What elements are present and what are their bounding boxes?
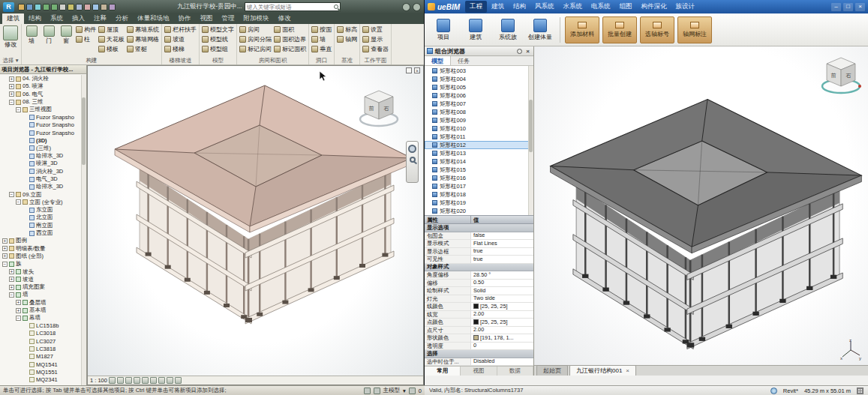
tree-item[interactable]: LC3818: [0, 345, 86, 352]
property-row[interactable]: 选中时位于...Disabled: [425, 358, 533, 367]
collapse-icon[interactable]: −: [16, 199, 21, 205]
open-icon[interactable]: [18, 4, 25, 10]
component-item[interactable]: 矩形柱018: [425, 190, 533, 199]
expand-icon[interactable]: +: [9, 84, 14, 89]
search-icon[interactable]: [334, 4, 338, 9]
viewcube-front-label[interactable]: 前: [831, 73, 836, 78]
ribbon-button[interactable]: 垂直: [311, 44, 332, 54]
ribbon-button[interactable]: 模型文字: [201, 25, 235, 34]
uebim-ribbon-button[interactable]: 添加材料: [565, 16, 599, 43]
ribbon-button[interactable]: 坡道: [164, 34, 197, 44]
expand-icon[interactable]: +: [2, 246, 8, 251]
view-scale[interactable]: 1 : 100: [90, 377, 107, 384]
document-tab[interactable]: 九江银行结构001×: [569, 365, 636, 376]
close-panel-icon[interactable]: ×: [524, 48, 531, 55]
tree-item[interactable]: 消火栓_3D: [0, 168, 86, 175]
ribbon-tab[interactable]: 附加模块: [239, 13, 274, 24]
ribbon-tab[interactable]: 体量和场地: [133, 13, 174, 24]
render-icon[interactable]: [109, 4, 116, 10]
ribbon-tab[interactable]: 视图: [196, 13, 218, 24]
ribbon-button[interactable]: 按面: [311, 25, 332, 34]
tree-item[interactable]: −幕墙: [0, 314, 86, 322]
uebim-tab[interactable]: 建筑: [487, 1, 509, 13]
tree-item[interactable]: M1827: [0, 353, 86, 361]
tree-item[interactable]: −族: [0, 260, 86, 268]
panel-tab[interactable]: 常用: [425, 367, 461, 376]
ribbon-button[interactable]: 窗: [58, 25, 74, 56]
view-properties-icon[interactable]: [406, 67, 412, 73]
ribbon-tab[interactable]: 结构: [24, 13, 46, 24]
editing-requests-icon[interactable]: [374, 388, 380, 394]
ribbon-button[interactable]: 标高: [336, 25, 358, 34]
filter-icon[interactable]: [409, 388, 416, 394]
collapse-icon[interactable]: −: [2, 262, 8, 267]
ribbon-button[interactable]: 标记房间: [239, 44, 272, 54]
help-icon[interactable]: [413, 3, 421, 11]
crop-view-icon[interactable]: [142, 377, 149, 384]
ribbon-group-label[interactable]: 选择 ▾: [2, 56, 20, 64]
ribbon-group-label[interactable]: 基准: [336, 56, 358, 64]
component-item[interactable]: 矩形柱013: [425, 149, 533, 157]
tag-icon[interactable]: [84, 4, 91, 10]
tree-item[interactable]: 北立面: [0, 214, 86, 221]
ribbon-button[interactable]: 幕墙系统: [126, 25, 160, 34]
collapse-icon[interactable]: −: [9, 292, 14, 298]
property-row[interactable]: 线颜色[25, 25, 25]: [425, 303, 533, 311]
tree-item[interactable]: +基本墙: [0, 307, 86, 314]
print-icon[interactable]: [59, 4, 66, 10]
uebim-ribbon-button[interactable]: 批量创建: [602, 16, 637, 43]
property-row[interactable]: 绘制样式Solid: [425, 287, 533, 295]
ribbon-group-label[interactable]: 房间和面积: [239, 56, 307, 64]
component-item[interactable]: 矩形柱020: [425, 207, 533, 215]
view-cube[interactable]: 前 右: [358, 85, 400, 129]
active-workset[interactable]: 主模型: [383, 387, 401, 394]
tree-item[interactable]: +图纸 (全部): [0, 253, 86, 260]
ribbon-button[interactable]: 墙: [311, 34, 332, 44]
uebim-tab[interactable]: 水系统: [559, 1, 587, 13]
tree-item[interactable]: +05. 喷淋: [0, 82, 86, 90]
tree-item[interactable]: 给排水_3D: [0, 183, 86, 190]
expand-icon[interactable]: +: [2, 253, 8, 259]
property-row[interactable]: 偏移0.50: [425, 280, 533, 288]
tree-item[interactable]: +叠层墙: [0, 299, 86, 307]
ribbon-button[interactable]: 墙: [23, 25, 40, 56]
tree-item[interactable]: (3D): [0, 136, 86, 144]
ribbon-button[interactable]: 面积边界: [273, 34, 307, 44]
user-account-icon[interactable]: [402, 3, 410, 11]
ribbon-button[interactable]: 构件: [75, 25, 97, 34]
component-item[interactable]: 矩形柱003: [425, 67, 533, 75]
ribbon-button[interactable]: 屋顶: [98, 25, 125, 34]
close-view-icon[interactable]: ×: [414, 67, 420, 73]
analysis-icon[interactable]: [175, 377, 182, 384]
component-item[interactable]: 矩形柱015: [425, 166, 533, 174]
viewcube-right-label[interactable]: 右: [384, 106, 389, 112]
ribbon-button[interactable]: 模型线: [201, 34, 235, 44]
component-item[interactable]: 矩形柱009: [425, 116, 533, 124]
3d-view-icon[interactable]: [92, 4, 99, 10]
component-item[interactable]: 矩形柱008: [425, 108, 533, 116]
tree-item[interactable]: 西立面: [0, 229, 86, 237]
ribbon-group-label[interactable]: 洞口: [311, 56, 332, 64]
ribbon-group-label[interactable]: 工作平面: [362, 56, 389, 64]
component-item[interactable]: 矩形柱012: [425, 141, 533, 149]
undo-icon[interactable]: [43, 4, 50, 10]
worksharing-icon[interactable]: [364, 388, 371, 394]
uebim-ribbon-button[interactable]: 项目: [428, 19, 458, 41]
component-item[interactable]: 矩形柱006: [425, 91, 533, 100]
ribbon-button[interactable]: 栏杆扶手: [164, 25, 197, 34]
tree-item[interactable]: −立面 (全专业): [0, 199, 86, 206]
measure-icon[interactable]: [68, 4, 74, 10]
tree-item[interactable]: 电气_3D: [0, 175, 86, 183]
uebim-tab[interactable]: 电系统: [587, 1, 615, 13]
reveal-hidden-icon[interactable]: [167, 377, 173, 384]
ribbon-button[interactable]: 显示: [362, 34, 389, 44]
view-cube[interactable]: 前 右: [820, 52, 862, 96]
expand-icon[interactable]: +: [16, 300, 21, 305]
uebim-ribbon-button[interactable]: 系统族: [493, 19, 523, 41]
tree-item[interactable]: 东立面: [0, 206, 86, 214]
zoom-icon[interactable]: [410, 157, 416, 163]
maximize-icon[interactable]: □: [843, 3, 853, 11]
uebim-tab[interactable]: 组图: [615, 1, 637, 13]
expand-icon[interactable]: +: [16, 308, 21, 313]
tree-item[interactable]: −三维视图: [0, 106, 86, 113]
